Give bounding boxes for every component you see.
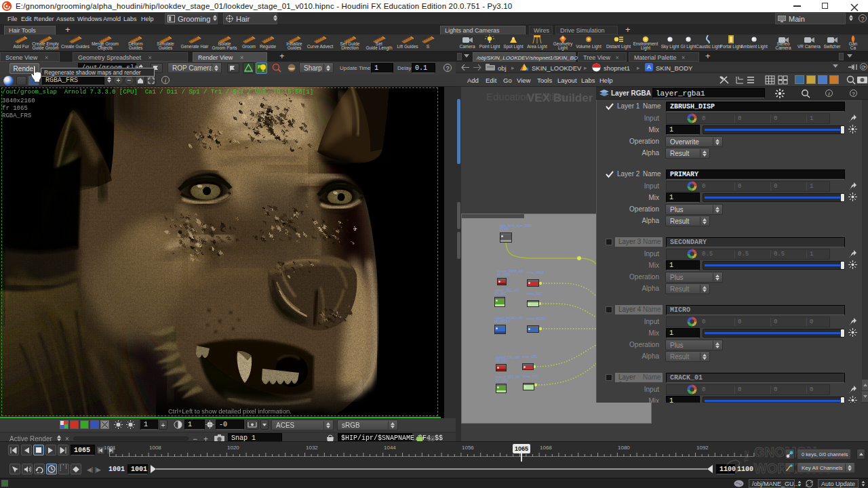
svg-text:THE: THE <box>743 450 750 462</box>
